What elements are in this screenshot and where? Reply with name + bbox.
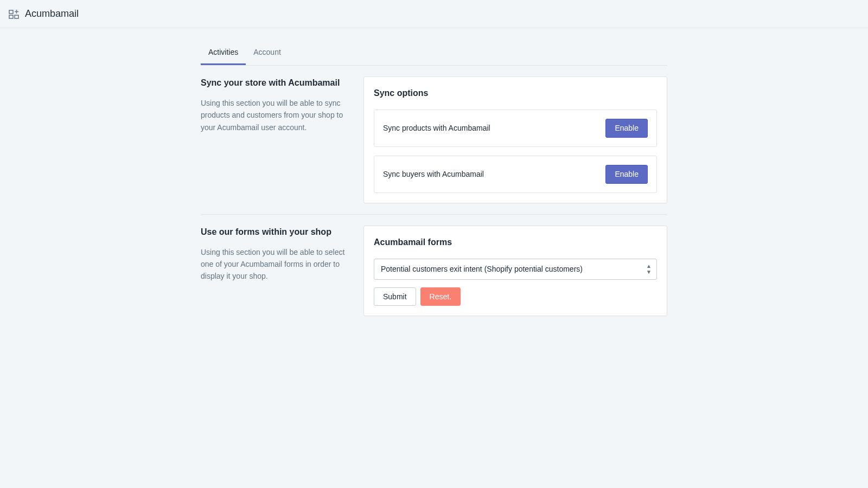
forms-card: Acumbamail forms Potential customers exi… <box>363 226 667 317</box>
svg-rect-0 <box>9 10 13 14</box>
form-buttons: Submit Reset. <box>374 287 657 306</box>
sync-option-buyers-label: Sync buyers with Acumbamail <box>383 169 484 180</box>
enable-buyers-button[interactable]: Enable <box>605 165 648 184</box>
section-sync: Sync your store with Acumbamail Using th… <box>201 76 667 215</box>
section-sync-description: Using this section you will be able to s… <box>201 97 353 133</box>
sync-option-products-label: Sync products with Acumbamail <box>383 123 490 134</box>
app-title: Acumbamail <box>25 7 79 21</box>
tab-account[interactable]: Account <box>246 41 289 65</box>
svg-rect-1 <box>9 15 13 18</box>
submit-button[interactable]: Submit <box>374 287 416 306</box>
section-forms-title: Use our forms within your shop <box>201 226 353 239</box>
section-forms: Use our forms within your shop Using thi… <box>201 226 667 328</box>
reset-button[interactable]: Reset. <box>420 287 461 306</box>
section-forms-description: Using this section you will be able to s… <box>201 246 353 282</box>
section-forms-header: Use our forms within your shop Using thi… <box>201 226 353 317</box>
enable-products-button[interactable]: Enable <box>605 119 648 138</box>
sync-card-title: Sync options <box>374 87 657 100</box>
svg-rect-2 <box>15 15 18 18</box>
sync-option-products: Sync products with Acumbamail Enable <box>374 110 657 147</box>
sync-option-buyers: Sync buyers with Acumbamail Enable <box>374 156 657 193</box>
tab-activities[interactable]: Activities <box>201 41 246 65</box>
app-icon <box>9 9 20 20</box>
form-select[interactable]: Potential customers exit intent (Shopify… <box>374 259 657 280</box>
section-sync-header: Sync your store with Acumbamail Using th… <box>201 76 353 203</box>
topbar: Acumbamail <box>0 0 868 28</box>
forms-card-title: Acumbamail forms <box>374 236 657 249</box>
form-select-wrap: Potential customers exit intent (Shopify… <box>374 259 657 280</box>
section-sync-title: Sync your store with Acumbamail <box>201 76 353 89</box>
sync-card: Sync options Sync products with Acumbama… <box>363 76 667 203</box>
tabs: Activities Account <box>201 41 667 66</box>
main-container: Activities Account Sync your store with … <box>201 28 667 349</box>
